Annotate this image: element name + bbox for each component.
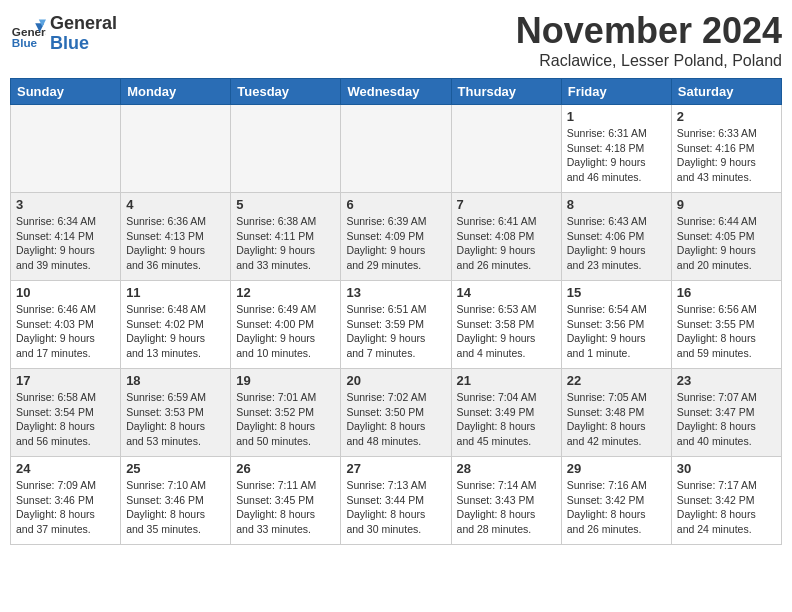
weekday-header-thursday: Thursday [451, 79, 561, 105]
calendar-cell: 10Sunrise: 6:46 AM Sunset: 4:03 PM Dayli… [11, 281, 121, 369]
calendar-cell: 3Sunrise: 6:34 AM Sunset: 4:14 PM Daylig… [11, 193, 121, 281]
day-info: Sunrise: 6:31 AM Sunset: 4:18 PM Dayligh… [567, 126, 666, 185]
logo-icon: General Blue [10, 16, 46, 52]
calendar-cell: 13Sunrise: 6:51 AM Sunset: 3:59 PM Dayli… [341, 281, 451, 369]
day-number: 23 [677, 373, 776, 388]
day-number: 19 [236, 373, 335, 388]
day-info: Sunrise: 6:44 AM Sunset: 4:05 PM Dayligh… [677, 214, 776, 273]
week-row-4: 17Sunrise: 6:58 AM Sunset: 3:54 PM Dayli… [11, 369, 782, 457]
calendar-cell: 28Sunrise: 7:14 AM Sunset: 3:43 PM Dayli… [451, 457, 561, 545]
logo-text: General Blue [50, 14, 117, 54]
calendar-cell [231, 105, 341, 193]
weekday-header-friday: Friday [561, 79, 671, 105]
day-info: Sunrise: 7:14 AM Sunset: 3:43 PM Dayligh… [457, 478, 556, 537]
day-number: 20 [346, 373, 445, 388]
title-area: November 2024 Raclawice, Lesser Poland, … [516, 10, 782, 70]
calendar-cell: 19Sunrise: 7:01 AM Sunset: 3:52 PM Dayli… [231, 369, 341, 457]
day-number: 17 [16, 373, 115, 388]
calendar-cell: 27Sunrise: 7:13 AM Sunset: 3:44 PM Dayli… [341, 457, 451, 545]
day-info: Sunrise: 7:04 AM Sunset: 3:49 PM Dayligh… [457, 390, 556, 449]
calendar-cell: 24Sunrise: 7:09 AM Sunset: 3:46 PM Dayli… [11, 457, 121, 545]
calendar-table: SundayMondayTuesdayWednesdayThursdayFrid… [10, 78, 782, 545]
week-row-5: 24Sunrise: 7:09 AM Sunset: 3:46 PM Dayli… [11, 457, 782, 545]
day-info: Sunrise: 6:54 AM Sunset: 3:56 PM Dayligh… [567, 302, 666, 361]
day-number: 8 [567, 197, 666, 212]
day-number: 29 [567, 461, 666, 476]
day-info: Sunrise: 6:48 AM Sunset: 4:02 PM Dayligh… [126, 302, 225, 361]
week-row-3: 10Sunrise: 6:46 AM Sunset: 4:03 PM Dayli… [11, 281, 782, 369]
day-number: 12 [236, 285, 335, 300]
day-info: Sunrise: 7:07 AM Sunset: 3:47 PM Dayligh… [677, 390, 776, 449]
calendar-cell: 12Sunrise: 6:49 AM Sunset: 4:00 PM Dayli… [231, 281, 341, 369]
day-info: Sunrise: 6:38 AM Sunset: 4:11 PM Dayligh… [236, 214, 335, 273]
day-number: 14 [457, 285, 556, 300]
day-info: Sunrise: 6:39 AM Sunset: 4:09 PM Dayligh… [346, 214, 445, 273]
calendar-cell: 17Sunrise: 6:58 AM Sunset: 3:54 PM Dayli… [11, 369, 121, 457]
day-number: 3 [16, 197, 115, 212]
logo-line2: Blue [50, 34, 117, 54]
svg-text:Blue: Blue [12, 35, 38, 48]
calendar-cell: 11Sunrise: 6:48 AM Sunset: 4:02 PM Dayli… [121, 281, 231, 369]
calendar-cell [121, 105, 231, 193]
calendar-cell [341, 105, 451, 193]
calendar-cell: 23Sunrise: 7:07 AM Sunset: 3:47 PM Dayli… [671, 369, 781, 457]
weekday-header-tuesday: Tuesday [231, 79, 341, 105]
calendar-cell: 9Sunrise: 6:44 AM Sunset: 4:05 PM Daylig… [671, 193, 781, 281]
day-info: Sunrise: 6:59 AM Sunset: 3:53 PM Dayligh… [126, 390, 225, 449]
day-number: 15 [567, 285, 666, 300]
day-number: 27 [346, 461, 445, 476]
weekday-header-sunday: Sunday [11, 79, 121, 105]
day-info: Sunrise: 7:02 AM Sunset: 3:50 PM Dayligh… [346, 390, 445, 449]
weekday-header-wednesday: Wednesday [341, 79, 451, 105]
day-info: Sunrise: 6:58 AM Sunset: 3:54 PM Dayligh… [16, 390, 115, 449]
day-number: 6 [346, 197, 445, 212]
day-number: 24 [16, 461, 115, 476]
calendar-cell [451, 105, 561, 193]
day-info: Sunrise: 7:13 AM Sunset: 3:44 PM Dayligh… [346, 478, 445, 537]
page-header: General Blue General Blue November 2024 … [10, 10, 782, 70]
logo: General Blue General Blue [10, 14, 117, 54]
calendar-cell: 25Sunrise: 7:10 AM Sunset: 3:46 PM Dayli… [121, 457, 231, 545]
logo-line1: General [50, 14, 117, 34]
day-info: Sunrise: 7:16 AM Sunset: 3:42 PM Dayligh… [567, 478, 666, 537]
month-title: November 2024 [516, 10, 782, 52]
calendar-cell: 14Sunrise: 6:53 AM Sunset: 3:58 PM Dayli… [451, 281, 561, 369]
day-info: Sunrise: 6:33 AM Sunset: 4:16 PM Dayligh… [677, 126, 776, 185]
calendar-cell: 16Sunrise: 6:56 AM Sunset: 3:55 PM Dayli… [671, 281, 781, 369]
calendar-cell: 6Sunrise: 6:39 AM Sunset: 4:09 PM Daylig… [341, 193, 451, 281]
day-info: Sunrise: 6:53 AM Sunset: 3:58 PM Dayligh… [457, 302, 556, 361]
calendar-cell: 21Sunrise: 7:04 AM Sunset: 3:49 PM Dayli… [451, 369, 561, 457]
calendar-cell: 15Sunrise: 6:54 AM Sunset: 3:56 PM Dayli… [561, 281, 671, 369]
day-number: 30 [677, 461, 776, 476]
day-info: Sunrise: 6:41 AM Sunset: 4:08 PM Dayligh… [457, 214, 556, 273]
calendar-cell: 18Sunrise: 6:59 AM Sunset: 3:53 PM Dayli… [121, 369, 231, 457]
day-number: 22 [567, 373, 666, 388]
day-number: 1 [567, 109, 666, 124]
day-number: 28 [457, 461, 556, 476]
day-number: 10 [16, 285, 115, 300]
day-number: 25 [126, 461, 225, 476]
day-number: 5 [236, 197, 335, 212]
calendar-cell: 26Sunrise: 7:11 AM Sunset: 3:45 PM Dayli… [231, 457, 341, 545]
day-number: 2 [677, 109, 776, 124]
day-info: Sunrise: 7:01 AM Sunset: 3:52 PM Dayligh… [236, 390, 335, 449]
weekday-header-row: SundayMondayTuesdayWednesdayThursdayFrid… [11, 79, 782, 105]
day-number: 18 [126, 373, 225, 388]
day-number: 4 [126, 197, 225, 212]
day-number: 16 [677, 285, 776, 300]
calendar-cell: 30Sunrise: 7:17 AM Sunset: 3:42 PM Dayli… [671, 457, 781, 545]
day-number: 26 [236, 461, 335, 476]
calendar-cell: 1Sunrise: 6:31 AM Sunset: 4:18 PM Daylig… [561, 105, 671, 193]
day-info: Sunrise: 7:10 AM Sunset: 3:46 PM Dayligh… [126, 478, 225, 537]
weekday-header-saturday: Saturday [671, 79, 781, 105]
calendar-cell: 4Sunrise: 6:36 AM Sunset: 4:13 PM Daylig… [121, 193, 231, 281]
calendar-cell: 5Sunrise: 6:38 AM Sunset: 4:11 PM Daylig… [231, 193, 341, 281]
day-info: Sunrise: 7:09 AM Sunset: 3:46 PM Dayligh… [16, 478, 115, 537]
calendar-cell: 29Sunrise: 7:16 AM Sunset: 3:42 PM Dayli… [561, 457, 671, 545]
calendar-cell: 20Sunrise: 7:02 AM Sunset: 3:50 PM Dayli… [341, 369, 451, 457]
week-row-1: 1Sunrise: 6:31 AM Sunset: 4:18 PM Daylig… [11, 105, 782, 193]
day-number: 7 [457, 197, 556, 212]
week-row-2: 3Sunrise: 6:34 AM Sunset: 4:14 PM Daylig… [11, 193, 782, 281]
day-info: Sunrise: 6:34 AM Sunset: 4:14 PM Dayligh… [16, 214, 115, 273]
day-number: 11 [126, 285, 225, 300]
